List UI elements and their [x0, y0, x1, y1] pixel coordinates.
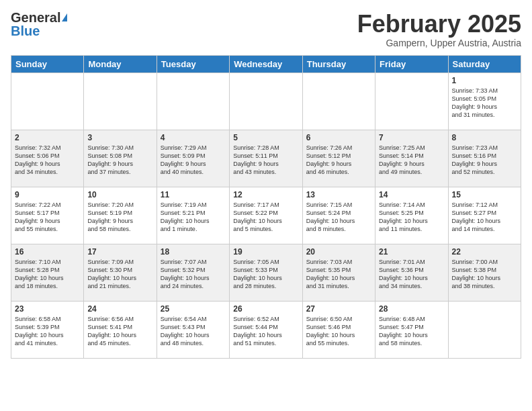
day-number: 1 [452, 76, 517, 85]
calendar-table: SundayMondayTuesdayWednesdayThursdayFrid… [11, 55, 521, 359]
calendar-cell [302, 73, 375, 130]
day-number: 2 [15, 133, 80, 142]
calendar-cell [11, 73, 84, 130]
day-info: Sunrise: 7:25 AM Sunset: 5:14 PM Dayligh… [379, 144, 444, 177]
calendar-cell: 11Sunrise: 7:19 AM Sunset: 5:21 PM Dayli… [157, 187, 229, 244]
day-info: Sunrise: 7:14 AM Sunset: 5:25 PM Dayligh… [379, 201, 444, 234]
day-number: 23 [15, 304, 80, 314]
weekday-header-monday: Monday [84, 55, 157, 73]
day-info: Sunrise: 7:01 AM Sunset: 5:36 PM Dayligh… [379, 258, 444, 291]
day-number: 14 [379, 190, 444, 199]
day-number: 9 [15, 190, 80, 199]
day-info: Sunrise: 6:48 AM Sunset: 5:47 PM Dayligh… [379, 315, 444, 348]
calendar-cell: 13Sunrise: 7:15 AM Sunset: 5:24 PM Dayli… [302, 187, 375, 244]
day-info: Sunrise: 7:09 AM Sunset: 5:30 PM Dayligh… [87, 258, 152, 291]
calendar-cell: 4Sunrise: 7:29 AM Sunset: 5:09 PM Daylig… [157, 130, 229, 187]
calendar-cell [84, 73, 157, 130]
calendar-cell: 17Sunrise: 7:09 AM Sunset: 5:30 PM Dayli… [84, 244, 157, 301]
day-number: 22 [452, 247, 517, 257]
calendar-cell: 19Sunrise: 7:05 AM Sunset: 5:33 PM Dayli… [230, 244, 302, 301]
calendar-week-row: 1Sunrise: 7:33 AM Sunset: 5:05 PM Daylig… [11, 73, 521, 130]
day-info: Sunrise: 6:58 AM Sunset: 5:39 PM Dayligh… [15, 315, 80, 348]
day-number: 24 [87, 304, 152, 314]
logo-blue-text: Blue [11, 24, 40, 38]
logo: General Blue [11, 11, 67, 38]
day-number: 11 [161, 190, 226, 199]
day-info: Sunrise: 6:50 AM Sunset: 5:46 PM Dayligh… [306, 315, 371, 348]
day-number: 12 [233, 190, 298, 199]
day-number: 7 [379, 133, 444, 142]
day-info: Sunrise: 7:30 AM Sunset: 5:08 PM Dayligh… [87, 144, 152, 177]
calendar-cell [230, 73, 302, 130]
weekday-header-row: SundayMondayTuesdayWednesdayThursdayFrid… [11, 55, 521, 73]
weekday-header-tuesday: Tuesday [157, 55, 229, 73]
day-number: 20 [306, 247, 371, 257]
calendar-cell [157, 73, 229, 130]
calendar-cell: 27Sunrise: 6:50 AM Sunset: 5:46 PM Dayli… [302, 301, 375, 358]
calendar-cell: 5Sunrise: 7:28 AM Sunset: 5:11 PM Daylig… [230, 130, 302, 187]
day-info: Sunrise: 6:52 AM Sunset: 5:44 PM Dayligh… [233, 315, 298, 348]
calendar-cell: 12Sunrise: 7:17 AM Sunset: 5:22 PM Dayli… [230, 187, 302, 244]
calendar-cell: 10Sunrise: 7:20 AM Sunset: 5:19 PM Dayli… [84, 187, 157, 244]
day-info: Sunrise: 7:22 AM Sunset: 5:17 PM Dayligh… [15, 201, 80, 234]
calendar-week-row: 16Sunrise: 7:10 AM Sunset: 5:28 PM Dayli… [11, 244, 521, 301]
calendar-cell: 8Sunrise: 7:23 AM Sunset: 5:16 PM Daylig… [448, 130, 521, 187]
calendar-cell: 24Sunrise: 6:56 AM Sunset: 5:41 PM Dayli… [84, 301, 157, 358]
weekday-header-saturday: Saturday [448, 55, 521, 73]
day-info: Sunrise: 6:56 AM Sunset: 5:41 PM Dayligh… [87, 315, 152, 348]
day-number: 13 [306, 190, 371, 199]
month-title: February 2025 [357, 11, 521, 38]
calendar-cell: 18Sunrise: 7:07 AM Sunset: 5:32 PM Dayli… [157, 244, 229, 301]
calendar-week-row: 23Sunrise: 6:58 AM Sunset: 5:39 PM Dayli… [11, 301, 521, 358]
calendar-cell: 9Sunrise: 7:22 AM Sunset: 5:17 PM Daylig… [11, 187, 84, 244]
calendar-cell: 28Sunrise: 6:48 AM Sunset: 5:47 PM Dayli… [375, 301, 448, 358]
weekday-header-wednesday: Wednesday [230, 55, 302, 73]
calendar-cell: 25Sunrise: 6:54 AM Sunset: 5:43 PM Dayli… [157, 301, 229, 358]
day-number: 27 [306, 304, 371, 314]
calendar-cell: 22Sunrise: 7:00 AM Sunset: 5:38 PM Dayli… [448, 244, 521, 301]
day-info: Sunrise: 7:33 AM Sunset: 5:05 PM Dayligh… [452, 87, 517, 120]
day-info: Sunrise: 7:15 AM Sunset: 5:24 PM Dayligh… [306, 201, 371, 234]
location-title: Gampern, Upper Austria, Austria [357, 38, 521, 48]
day-info: Sunrise: 7:26 AM Sunset: 5:12 PM Dayligh… [306, 144, 371, 177]
day-info: Sunrise: 6:54 AM Sunset: 5:43 PM Dayligh… [161, 315, 226, 348]
day-info: Sunrise: 7:00 AM Sunset: 5:38 PM Dayligh… [452, 258, 517, 291]
day-number: 25 [161, 304, 226, 314]
weekday-header-thursday: Thursday [302, 55, 375, 73]
calendar-week-row: 9Sunrise: 7:22 AM Sunset: 5:17 PM Daylig… [11, 187, 521, 244]
day-number: 3 [87, 133, 152, 142]
day-number: 21 [379, 247, 444, 257]
day-info: Sunrise: 7:12 AM Sunset: 5:27 PM Dayligh… [452, 201, 517, 234]
calendar-cell: 7Sunrise: 7:25 AM Sunset: 5:14 PM Daylig… [375, 130, 448, 187]
day-info: Sunrise: 7:28 AM Sunset: 5:11 PM Dayligh… [233, 144, 298, 177]
day-number: 5 [233, 133, 298, 142]
logo-triangle-icon [62, 13, 67, 21]
calendar-cell: 6Sunrise: 7:26 AM Sunset: 5:12 PM Daylig… [302, 130, 375, 187]
calendar-week-row: 2Sunrise: 7:32 AM Sunset: 5:06 PM Daylig… [11, 130, 521, 187]
day-number: 26 [233, 304, 298, 314]
calendar-cell: 16Sunrise: 7:10 AM Sunset: 5:28 PM Dayli… [11, 244, 84, 301]
calendar-cell [375, 73, 448, 130]
calendar-cell: 3Sunrise: 7:30 AM Sunset: 5:08 PM Daylig… [84, 130, 157, 187]
day-info: Sunrise: 7:03 AM Sunset: 5:35 PM Dayligh… [306, 258, 371, 291]
calendar-cell: 2Sunrise: 7:32 AM Sunset: 5:06 PM Daylig… [11, 130, 84, 187]
day-number: 6 [306, 133, 371, 142]
calendar-cell: 20Sunrise: 7:03 AM Sunset: 5:35 PM Dayli… [302, 244, 375, 301]
logo-general-text: General [11, 11, 60, 24]
day-number: 17 [87, 247, 152, 257]
day-info: Sunrise: 7:32 AM Sunset: 5:06 PM Dayligh… [15, 144, 80, 177]
day-info: Sunrise: 7:07 AM Sunset: 5:32 PM Dayligh… [161, 258, 226, 291]
weekday-header-sunday: Sunday [11, 55, 84, 73]
day-number: 18 [161, 247, 226, 257]
day-info: Sunrise: 7:10 AM Sunset: 5:28 PM Dayligh… [15, 258, 80, 291]
day-number: 16 [15, 247, 80, 257]
day-info: Sunrise: 7:17 AM Sunset: 5:22 PM Dayligh… [233, 201, 298, 234]
day-info: Sunrise: 7:29 AM Sunset: 5:09 PM Dayligh… [161, 144, 226, 177]
calendar-cell [448, 301, 521, 358]
day-number: 8 [452, 133, 517, 142]
day-number: 19 [233, 247, 298, 257]
day-number: 4 [161, 133, 226, 142]
calendar-cell: 15Sunrise: 7:12 AM Sunset: 5:27 PM Dayli… [448, 187, 521, 244]
day-info: Sunrise: 7:05 AM Sunset: 5:33 PM Dayligh… [233, 258, 298, 291]
calendar-cell: 1Sunrise: 7:33 AM Sunset: 5:05 PM Daylig… [448, 73, 521, 130]
